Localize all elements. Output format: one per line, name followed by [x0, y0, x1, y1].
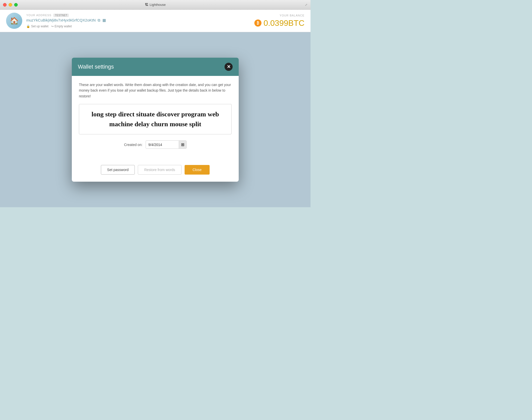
wallet-words-box: long step direct situate discover progra…	[79, 104, 232, 134]
address-actions: 🔒 Set up wallet ↪ Empty wallet	[26, 25, 106, 28]
created-on-label: Created on:	[124, 143, 142, 147]
setup-wallet-button[interactable]: 🔒 Set up wallet	[26, 25, 49, 28]
balance-label: YOUR BALANCE	[254, 14, 304, 17]
date-input[interactable]	[146, 141, 179, 148]
main-content: E Thi pr th Create / import project You …	[0, 32, 311, 207]
set-password-button[interactable]: Set password	[101, 165, 135, 175]
created-on-row: Created on: ⊞	[79, 140, 232, 149]
balance-amount: ₿ 0.0399BTC	[254, 18, 304, 28]
lock-icon: 🔒	[26, 25, 30, 28]
wallet-words-text: long step direct situate discover progra…	[84, 109, 226, 129]
minimize-window-button[interactable]	[9, 3, 12, 7]
header-left: 🏠 YOUR ADDRESS TESTNET muzYkCuBikjWji8v7…	[6, 13, 106, 29]
window-controls[interactable]	[3, 3, 18, 7]
testnet-badge: TESTNET	[53, 14, 69, 17]
empty-wallet-button[interactable]: ↪ Empty wallet	[51, 25, 72, 28]
copy-icon[interactable]: ⧉	[98, 18, 100, 23]
modal-description: These are your wallet words. Write them …	[79, 82, 232, 99]
title-text: Lighthouse	[150, 3, 166, 7]
modal-close-button[interactable]: ✕	[225, 63, 233, 71]
date-input-wrap: ⊞	[146, 140, 187, 149]
maximize-window-button[interactable]	[14, 3, 18, 7]
modal-header: Wallet settings ✕	[72, 58, 239, 76]
app-logo: 🏠	[6, 13, 22, 29]
balance-value: 0.0399BTC	[263, 18, 304, 28]
header-right: YOUR BALANCE ₿ 0.0399BTC	[254, 14, 304, 28]
modal-overlay: Wallet settings ✕ These are your wallet …	[0, 32, 311, 207]
titlebar: 🏗 Lighthouse ⤢	[0, 0, 311, 10]
bitcoin-icon: ₿	[254, 19, 261, 27]
calendar-button[interactable]: ⊞	[179, 141, 186, 149]
window-title: 🏗 Lighthouse	[145, 3, 166, 7]
qr-icon[interactable]: ▦	[102, 18, 106, 23]
address-text: muzYkCuBikjWji8v7xHyx9iGrfCQX2oKtN	[26, 18, 96, 22]
app-icon: 🏗	[145, 3, 148, 7]
address-section: YOUR ADDRESS TESTNET muzYkCuBikjWji8v7xH…	[26, 14, 106, 28]
wallet-settings-modal: Wallet settings ✕ These are your wallet …	[72, 58, 239, 182]
modal-title: Wallet settings	[78, 64, 114, 70]
close-modal-button[interactable]: Close	[185, 165, 210, 175]
address-label: YOUR ADDRESS TESTNET	[26, 14, 106, 17]
close-window-button[interactable]	[3, 3, 7, 7]
modal-body: These are your wallet words. Write them …	[72, 76, 239, 165]
expand-icon[interactable]: ⤢	[305, 3, 307, 7]
calendar-icon: ⊞	[181, 142, 184, 147]
wallet-address[interactable]: muzYkCuBikjWji8v7xHyx9iGrfCQX2oKtN ⧉ ▦	[26, 18, 106, 23]
restore-from-words-button[interactable]: Restore from words	[138, 165, 181, 175]
modal-footer: Set password Restore from words Close	[72, 165, 239, 182]
lighthouse-icon: 🏠	[10, 17, 19, 25]
app-header: 🏠 YOUR ADDRESS TESTNET muzYkCuBikjWji8v7…	[0, 10, 311, 32]
send-icon: ↪	[51, 25, 54, 28]
